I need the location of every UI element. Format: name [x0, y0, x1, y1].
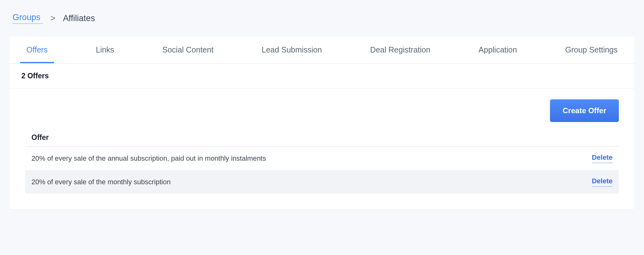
content-area: Create Offer Offer 20% of every sale of …: [9, 89, 635, 209]
offer-text: 20% of every sale of the annual subscrip…: [31, 154, 266, 163]
tab-links[interactable]: Links: [88, 36, 122, 63]
actions-bar: Create Offer: [25, 99, 619, 122]
table-header-offer: Offer: [25, 133, 619, 147]
breadcrumb-separator: >: [51, 14, 56, 23]
table-row: 20% of every sale of the annual subscrip…: [25, 147, 619, 170]
tab-group-settings[interactable]: Group Settings: [558, 36, 625, 63]
create-offer-button[interactable]: Create Offer: [550, 99, 619, 122]
breadcrumb: Groups > Affiliates: [13, 13, 631, 24]
tab-offers[interactable]: Offers: [19, 36, 55, 63]
tab-bar: Offers Links Social Content Lead Submiss…: [9, 36, 635, 64]
tab-lead-submission[interactable]: Lead Submission: [254, 36, 330, 63]
breadcrumb-root-link[interactable]: Groups: [13, 13, 43, 24]
breadcrumb-current: Affiliates: [63, 14, 95, 23]
offers-count: 2 Offers: [9, 64, 635, 89]
table-row: 20% of every sale of the monthly subscri…: [25, 170, 619, 194]
tab-application[interactable]: Application: [471, 36, 525, 63]
offer-text: 20% of every sale of the monthly subscri…: [31, 178, 171, 186]
tab-deal-registration[interactable]: Deal Registration: [363, 36, 438, 63]
tab-social-content[interactable]: Social Content: [155, 36, 221, 63]
delete-button[interactable]: Delete: [592, 177, 613, 187]
delete-button[interactable]: Delete: [592, 153, 613, 163]
main-card: Offers Links Social Content Lead Submiss…: [9, 36, 635, 209]
